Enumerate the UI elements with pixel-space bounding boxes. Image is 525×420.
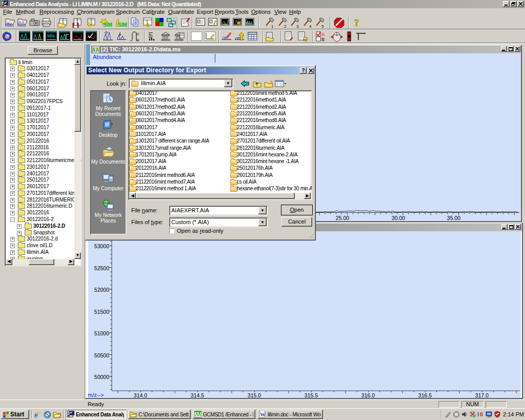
svg-text:35.00: 35.00 xyxy=(447,215,460,221)
svg-text:M/e: M/e xyxy=(47,33,55,38)
svg-text:317.0: 317.0 xyxy=(475,392,489,397)
svg-text:22: 22 xyxy=(136,38,139,42)
svg-text:25.00: 25.00 xyxy=(336,215,349,221)
svg-text:314.0: 314.0 xyxy=(134,392,147,397)
svg-text:52000: 52000 xyxy=(94,287,109,293)
svg-text:316.0: 316.0 xyxy=(361,392,375,397)
svg-text:N: N xyxy=(6,34,9,39)
svg-text:51500: 51500 xyxy=(94,309,109,315)
svg-text:SIM: SIM xyxy=(118,22,127,28)
svg-text:30.00: 30.00 xyxy=(392,215,405,221)
svg-text:e: e xyxy=(34,411,38,418)
svg-text:315.0: 315.0 xyxy=(248,392,261,397)
svg-text:A: A xyxy=(321,32,325,37)
svg-text:4: 4 xyxy=(309,24,312,28)
svg-text:314.5: 314.5 xyxy=(191,392,204,397)
svg-text:W: W xyxy=(260,411,266,417)
svg-text:B: B xyxy=(321,37,325,42)
svg-text:51000: 51000 xyxy=(94,330,109,336)
svg-text:2: 2 xyxy=(284,24,287,28)
svg-text:21: 21 xyxy=(136,32,139,35)
svg-text:SIM: SIM xyxy=(103,22,112,28)
svg-text:52500: 52500 xyxy=(94,265,109,271)
svg-text:3: 3 xyxy=(296,24,299,28)
svg-text:I: I xyxy=(477,411,479,417)
svg-text:316.5: 316.5 xyxy=(418,392,432,397)
svg-text:50000: 50000 xyxy=(94,374,109,380)
svg-text:1: 1 xyxy=(271,24,274,28)
svg-text:53000: 53000 xyxy=(94,243,109,249)
svg-text:0: 0 xyxy=(480,411,483,417)
svg-text:?: ? xyxy=(354,17,359,28)
svg-text:315.5: 315.5 xyxy=(305,392,318,397)
svg-text:50500: 50500 xyxy=(94,352,109,358)
svg-text:5: 5 xyxy=(321,24,324,28)
